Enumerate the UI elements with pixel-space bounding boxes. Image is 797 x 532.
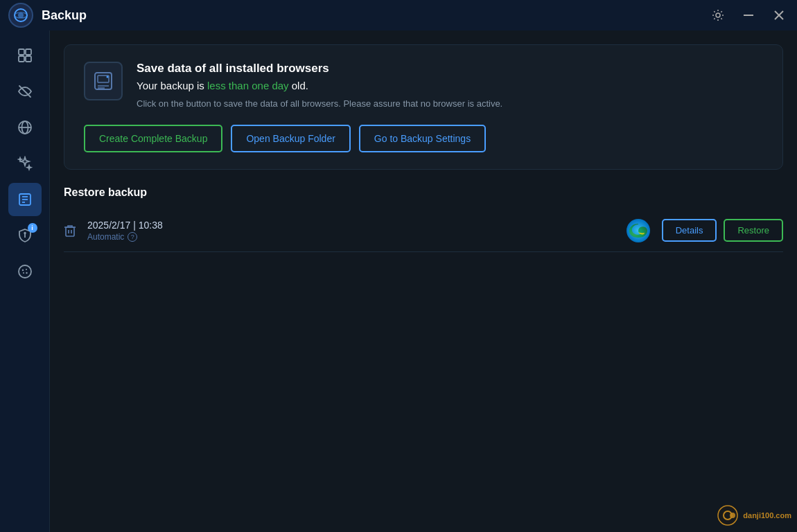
trash-icon[interactable] (64, 224, 76, 238)
entry-info: 2025/2/17 | 10:38 Automatic ? (87, 220, 615, 242)
svg-point-37 (730, 513, 735, 518)
svg-point-1 (18, 12, 24, 18)
details-button[interactable]: Details (662, 219, 717, 242)
minimize-button[interactable] (739, 6, 758, 25)
backup-status: Your backup is less than one day old. (137, 80, 502, 91)
app-logo (8, 3, 33, 28)
backup-actions: Create Complete Backup Open Backup Folde… (84, 125, 763, 152)
svg-rect-7 (19, 49, 24, 55)
sidebar-item-shield[interactable]: i (8, 219, 42, 252)
restore-section: Restore backup 2025/2/17 | 10:38 Automat… (64, 186, 783, 252)
backup-info: Save data of all installed browsers Your… (137, 62, 502, 111)
restore-title: Restore backup (64, 186, 783, 199)
svg-rect-31 (66, 227, 74, 236)
titlebar-controls (708, 6, 789, 25)
svg-rect-10 (26, 56, 31, 62)
open-folder-button[interactable]: Open Backup Folder (231, 125, 350, 152)
svg-point-21 (19, 265, 31, 278)
backup-title: Save data of all installed browsers (137, 62, 502, 76)
svg-point-24 (23, 272, 24, 274)
titlebar-left: Backup (8, 3, 87, 28)
sidebar-item-sparkles[interactable] (8, 147, 42, 180)
entry-datetime: 2025/2/17 | 10:38 (87, 220, 615, 231)
restore-button[interactable]: Restore (724, 219, 783, 242)
backup-card: Save data of all installed browsers Your… (64, 44, 783, 170)
svg-point-22 (21, 269, 23, 271)
entry-actions: Details Restore (662, 219, 783, 242)
svg-point-30 (107, 76, 109, 78)
entry-type-label: Automatic (87, 232, 124, 242)
backup-entry: 2025/2/17 | 10:38 Automatic ? (64, 210, 783, 252)
svg-point-25 (26, 272, 27, 274)
shield-badge: i (28, 223, 37, 233)
main-content: Save data of all installed browsers Your… (50, 30, 797, 532)
svg-rect-4 (744, 15, 753, 16)
backup-description: Click on the button to save the data of … (137, 97, 502, 111)
sidebar: i (0, 30, 50, 532)
entry-type: Automatic ? (87, 232, 615, 242)
sidebar-item-globe[interactable] (8, 111, 42, 144)
sidebar-item-cookie[interactable] (8, 255, 42, 288)
svg-rect-9 (19, 56, 24, 62)
svg-rect-8 (26, 49, 31, 55)
sidebar-item-privacy[interactable] (8, 75, 42, 108)
sidebar-item-dashboard[interactable] (8, 39, 42, 72)
create-backup-button[interactable]: Create Complete Backup (84, 125, 222, 152)
sidebar-item-backup[interactable] (8, 183, 42, 216)
go-to-settings-button[interactable]: Go to Backup Settings (359, 125, 486, 152)
browser-icon-edge (626, 218, 651, 243)
help-icon[interactable]: ? (128, 232, 137, 242)
svg-point-3 (716, 13, 720, 17)
settings-button[interactable] (708, 6, 728, 25)
watermark-text: danji100.com (743, 511, 791, 520)
backup-icon-box (84, 62, 123, 100)
svg-point-23 (26, 269, 27, 270)
status-suffix: old. (289, 80, 308, 91)
watermark: danji100.com (717, 504, 791, 526)
svg-point-20 (24, 233, 26, 234)
backup-header: Save data of all installed browsers Your… (84, 62, 763, 111)
watermark-logo-icon (717, 504, 739, 526)
titlebar: Backup (0, 0, 797, 30)
page-title: Backup (42, 8, 87, 23)
close-button[interactable] (769, 6, 789, 25)
status-highlight: less than one day (207, 80, 289, 91)
status-prefix: Your backup is (137, 80, 207, 91)
